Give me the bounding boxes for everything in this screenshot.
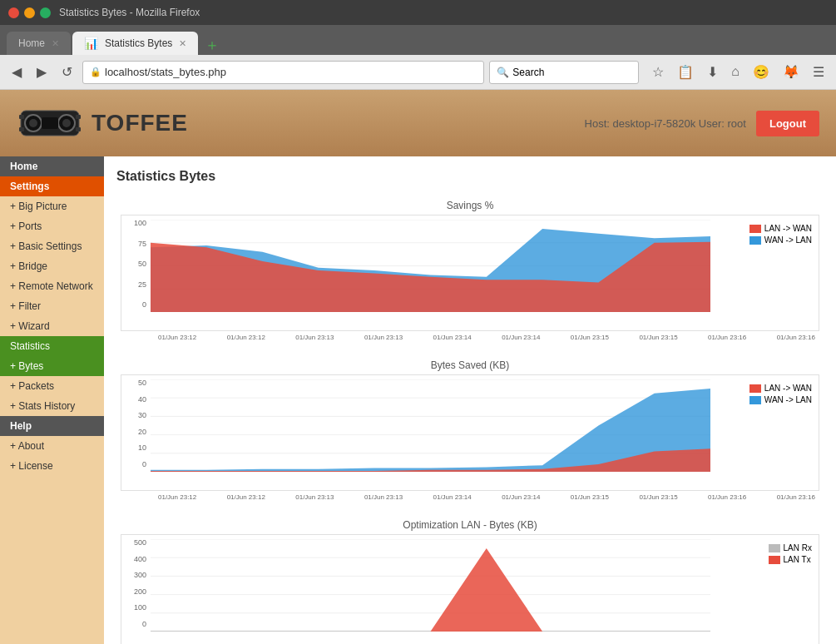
legend-opt-lan: LAN Rx LAN Tx — [769, 543, 812, 564]
sidebar-item-license[interactable]: + License — [0, 456, 104, 476]
sidebar-item-basicsettings[interactable]: + Basic Settings — [0, 236, 104, 256]
main-area: Home Settings + Big Picture + Ports + Ba… — [0, 156, 836, 644]
menu-icon[interactable]: ☰ — [808, 62, 829, 82]
home-icon[interactable]: ⌂ — [726, 62, 744, 82]
chart-savings-svg — [151, 220, 710, 312]
chart-savings: Savings % 1007550250 — [116, 196, 824, 341]
app-header: TOFFEE Host: desktop-i7-5820k User: root… — [0, 90, 836, 156]
legend-savings: LAN -> WAN WAN -> LAN — [749, 224, 812, 245]
host-info: Host: desktop-i7-5820k User: root — [585, 117, 746, 130]
chart-opt-lan-svg — [151, 539, 710, 632]
maximize-button[interactable] — [40, 7, 51, 18]
tab-stats-bytes[interactable]: 📊 Statistics Bytes ✕ — [72, 32, 198, 55]
sidebar: Home Settings + Big Picture + Ports + Ba… — [0, 156, 104, 644]
sidebar-item-home[interactable]: Home — [0, 156, 104, 176]
sidebar-item-about[interactable]: + About — [0, 436, 104, 456]
search-placeholder: Search — [512, 67, 544, 78]
legend-color-wan-lan-2 — [749, 396, 761, 404]
refresh-button[interactable]: ↺ — [57, 62, 77, 82]
y-axis-bytes-saved: 50403020100 — [121, 375, 148, 472]
legend-label-lan-rx: LAN Rx — [784, 543, 812, 552]
reader-icon[interactable]: 📋 — [672, 62, 699, 82]
chart-bytes-saved-title: Bytes Saved (KB) — [116, 356, 824, 374]
window-title: Statistics Bytes - Mozilla Firefox — [59, 7, 200, 18]
sidebar-item-statshistory[interactable]: + Stats History — [0, 396, 104, 416]
firefox-icon[interactable]: 🦊 — [778, 62, 804, 82]
browser-addressbar: ◀ ▶ ↺ 🔒 localhost/stats_bytes.php 🔍 Sear… — [0, 55, 836, 90]
back-button[interactable]: ◀ — [7, 62, 27, 82]
sidebar-item-bridge[interactable]: + Bridge — [0, 256, 104, 276]
legend-label-lan-wan-2: LAN -> WAN — [764, 384, 812, 393]
browser-tabbar: Home ✕ 📊 Statistics Bytes ✕ ＋ — [0, 25, 836, 55]
sidebar-section-help[interactable]: Help — [0, 416, 104, 436]
tab-home-close[interactable]: ✕ — [52, 38, 59, 49]
chart-opt-lan: Optimization LAN - Bytes (KB) 5004003002… — [116, 516, 824, 644]
search-box[interactable]: 🔍 Search — [489, 61, 639, 84]
legend-color-lan-wan — [749, 225, 761, 233]
legend-color-lan-rx — [769, 544, 780, 552]
tab-home[interactable]: Home ✕ — [7, 32, 71, 55]
address-text: localhost/stats_bytes.php — [105, 66, 226, 78]
sidebar-section-statistics[interactable]: Statistics — [0, 336, 104, 356]
svg-rect-6 — [19, 115, 24, 119]
sidebar-item-filter[interactable]: + Filter — [0, 296, 104, 316]
svg-rect-9 — [76, 127, 81, 131]
sidebar-section-settings[interactable]: Settings — [0, 176, 104, 196]
legend-bytes-saved: LAN -> WAN WAN -> LAN — [749, 384, 812, 404]
logo-text: TOFFEE — [92, 110, 188, 136]
x-axis-savings: 01/Jun 23:1201/Jun 23:1201/Jun 23:1301/J… — [116, 331, 824, 341]
legend-color-wan-lan — [749, 236, 761, 245]
header-right: Host: desktop-i7-5820k User: root Logout — [585, 111, 819, 136]
tab-home-label: Home — [18, 37, 45, 49]
toolbar-icons: ☆ 📋 ⬇ ⌂ 😊 🦊 ☰ — [647, 62, 829, 82]
legend-color-lan-wan-2 — [749, 384, 761, 393]
forward-button[interactable]: ▶ — [32, 62, 52, 82]
sidebar-item-packets[interactable]: + Packets — [0, 376, 104, 396]
chart-savings-title: Savings % — [116, 196, 824, 215]
search-icon: 🔍 — [497, 67, 509, 78]
minimize-button[interactable] — [24, 7, 35, 18]
tab-stats-bytes-close[interactable]: ✕ — [179, 38, 186, 49]
app-container: TOFFEE Host: desktop-i7-5820k User: root… — [0, 90, 836, 644]
legend-label-wan-lan-2: WAN -> LAN — [764, 395, 812, 404]
address-bar[interactable]: 🔒 localhost/stats_bytes.php — [82, 61, 484, 84]
logo-area: TOFFEE — [17, 102, 188, 144]
chart-bytes-saved-svg — [151, 379, 710, 472]
legend-label-lan-wan: LAN -> WAN — [764, 224, 812, 233]
y-axis-savings: 1007550250 — [121, 215, 148, 312]
svg-point-3 — [29, 119, 37, 127]
svg-marker-31 — [151, 631, 710, 632]
svg-rect-5 — [42, 117, 58, 129]
window-controls[interactable] — [8, 7, 51, 18]
content-area: Statistics Bytes Savings % 1007550250 — [104, 156, 836, 644]
legend-label-wan-lan: WAN -> LAN — [764, 235, 812, 245]
page-title: Statistics Bytes — [116, 169, 824, 184]
logo-icon — [17, 102, 83, 144]
new-tab-button[interactable]: ＋ — [200, 35, 225, 55]
sidebar-item-bigpicture[interactable]: + Big Picture — [0, 196, 104, 216]
svg-rect-7 — [19, 127, 24, 131]
legend-color-lan-tx — [769, 556, 780, 564]
sidebar-item-ports[interactable]: + Ports — [0, 216, 104, 236]
sidebar-item-bytes[interactable]: + Bytes — [0, 356, 104, 376]
svg-rect-8 — [76, 115, 81, 119]
logout-button[interactable]: Logout — [756, 111, 819, 136]
sidebar-item-wizard[interactable]: + Wizard — [0, 316, 104, 336]
chart-opt-lan-title: Optimization LAN - Bytes (KB) — [116, 516, 824, 534]
chart-bytes-saved: Bytes Saved (KB) 50403020100 — [116, 356, 824, 501]
svg-point-4 — [62, 119, 71, 127]
profile-icon[interactable]: 😊 — [748, 62, 774, 82]
tab-stats-bytes-label: Statistics Bytes — [105, 37, 172, 49]
lock-icon: 🔒 — [90, 67, 101, 77]
svg-marker-32 — [151, 548, 710, 632]
x-axis-bytes-saved: 01/Jun 23:1201/Jun 23:1201/Jun 23:1301/J… — [116, 491, 824, 501]
close-button[interactable] — [8, 7, 19, 18]
download-icon[interactable]: ⬇ — [702, 62, 723, 82]
y-axis-opt-lan: 5004003002001000 — [121, 535, 148, 632]
sidebar-item-remotenetwork[interactable]: + Remote Network — [0, 276, 104, 296]
bookmark-icon[interactable]: ☆ — [647, 62, 669, 82]
legend-label-lan-tx: LAN Tx — [784, 555, 811, 564]
browser-titlebar: Statistics Bytes - Mozilla Firefox — [0, 0, 836, 25]
